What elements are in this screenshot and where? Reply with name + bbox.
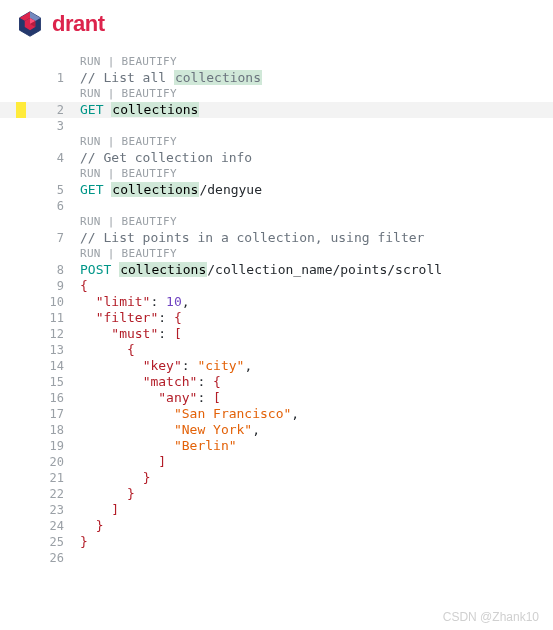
code-line-active: 2 GET collections bbox=[0, 102, 553, 118]
code-line: 25 } bbox=[0, 534, 553, 550]
code-line: 9 { bbox=[0, 278, 553, 294]
run-link[interactable]: RUN bbox=[80, 55, 101, 68]
line-number: 12 bbox=[0, 326, 80, 342]
code-line: 17 "San Francisco", bbox=[0, 406, 553, 422]
code-line: 23 ] bbox=[0, 502, 553, 518]
code-line: 15 "match": { bbox=[0, 374, 553, 390]
code-line: 13 { bbox=[0, 342, 553, 358]
line-number: 4 bbox=[0, 150, 80, 166]
code-line: 3 bbox=[0, 118, 553, 134]
code-line: 6 bbox=[0, 198, 553, 214]
line-number: 23 bbox=[0, 502, 80, 518]
line-number: 16 bbox=[0, 390, 80, 406]
run-link[interactable]: RUN bbox=[80, 215, 101, 228]
line-number: 18 bbox=[0, 422, 80, 438]
line-number: 17 bbox=[0, 406, 80, 422]
line-number: 25 bbox=[0, 534, 80, 550]
line-number: 7 bbox=[0, 230, 80, 246]
run-beautify-annotation: RUN | BEAUTIFY bbox=[0, 86, 553, 102]
line-number: 5 bbox=[0, 182, 80, 198]
code-line: 1 // List all collections bbox=[0, 70, 553, 86]
line-number: 1 bbox=[0, 70, 80, 86]
brand-name: drant bbox=[52, 11, 105, 37]
line-number: 24 bbox=[0, 518, 80, 534]
line-number: 10 bbox=[0, 294, 80, 310]
qdrant-logo-icon bbox=[16, 10, 44, 38]
line-number: 13 bbox=[0, 342, 80, 358]
code-line: 18 "New York", bbox=[0, 422, 553, 438]
line-number: 14 bbox=[0, 358, 80, 374]
run-link[interactable]: RUN bbox=[80, 247, 101, 260]
line-number: 2 bbox=[0, 102, 80, 118]
code-line: 20 ] bbox=[0, 454, 553, 470]
code-line: 26 bbox=[0, 550, 553, 566]
line-number: 11 bbox=[0, 310, 80, 326]
code-line: 7 // List points in a collection, using … bbox=[0, 230, 553, 246]
code-line: 24 } bbox=[0, 518, 553, 534]
code-line: 4 // Get collection info bbox=[0, 150, 553, 166]
code-line: 5 GET collections/dengyue bbox=[0, 182, 553, 198]
code-line: 8 POST collections/collection_name/point… bbox=[0, 262, 553, 278]
line-number: 3 bbox=[0, 118, 80, 134]
beautify-link[interactable]: BEAUTIFY bbox=[122, 135, 177, 148]
run-beautify-annotation: RUN | BEAUTIFY bbox=[0, 166, 553, 182]
line-number: 20 bbox=[0, 454, 80, 470]
code-line: 21 } bbox=[0, 470, 553, 486]
watermark: CSDN @Zhank10 bbox=[443, 610, 539, 624]
app-header: drant bbox=[0, 0, 553, 48]
beautify-link[interactable]: BEAUTIFY bbox=[122, 167, 177, 180]
line-number: 6 bbox=[0, 198, 80, 214]
line-number: 21 bbox=[0, 470, 80, 486]
code-line: 12 "must": [ bbox=[0, 326, 553, 342]
line-number: 9 bbox=[0, 278, 80, 294]
run-beautify-annotation: RUN | BEAUTIFY bbox=[0, 54, 553, 70]
run-link[interactable]: RUN bbox=[80, 135, 101, 148]
code-line: 19 "Berlin" bbox=[0, 438, 553, 454]
line-number: 26 bbox=[0, 550, 80, 566]
code-editor[interactable]: RUN | BEAUTIFY 1 // List all collections… bbox=[0, 54, 553, 566]
line-number: 22 bbox=[0, 486, 80, 502]
run-link[interactable]: RUN bbox=[80, 167, 101, 180]
code-line: 16 "any": [ bbox=[0, 390, 553, 406]
run-beautify-annotation: RUN | BEAUTIFY bbox=[0, 214, 553, 230]
run-link[interactable]: RUN bbox=[80, 87, 101, 100]
code-line: 10 "limit": 10, bbox=[0, 294, 553, 310]
code-line: 11 "filter": { bbox=[0, 310, 553, 326]
line-number: 15 bbox=[0, 374, 80, 390]
line-number: 8 bbox=[0, 262, 80, 278]
beautify-link[interactable]: BEAUTIFY bbox=[122, 247, 177, 260]
code-line: 14 "key": "city", bbox=[0, 358, 553, 374]
beautify-link[interactable]: BEAUTIFY bbox=[122, 215, 177, 228]
code-line: 22 } bbox=[0, 486, 553, 502]
beautify-link[interactable]: BEAUTIFY bbox=[122, 55, 177, 68]
line-number: 19 bbox=[0, 438, 80, 454]
run-beautify-annotation: RUN | BEAUTIFY bbox=[0, 134, 553, 150]
active-line-marker bbox=[16, 102, 26, 118]
beautify-link[interactable]: BEAUTIFY bbox=[122, 87, 177, 100]
run-beautify-annotation: RUN | BEAUTIFY bbox=[0, 246, 553, 262]
